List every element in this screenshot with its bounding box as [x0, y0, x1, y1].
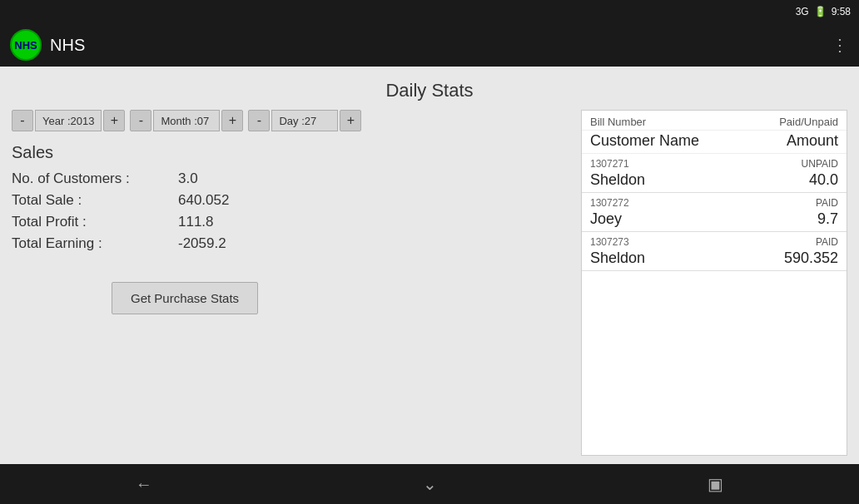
time-display: 9:58: [832, 6, 851, 17]
bill-name-amount-headers: Customer Name Amount: [582, 131, 847, 154]
day-label: Day :27: [271, 110, 338, 131]
customers-value: 3.0: [178, 170, 198, 187]
bill-row-3-number: 1307273 PAID: [582, 232, 847, 250]
app-title: NHS: [50, 36, 85, 55]
month-minus-button[interactable]: -: [130, 110, 151, 131]
bill-number-col-header: Bill Number: [582, 111, 747, 131]
bottom-nav: ← ⌄ ▣: [0, 464, 859, 504]
year-stepper: - Year :2013 +: [12, 110, 125, 131]
total-earning-row: Total Earning : -2059.2: [12, 235, 573, 252]
bill-status-3: PAID: [747, 232, 847, 250]
bill-col-headers: Bill Number Paid/Unpaid: [582, 111, 847, 131]
bill-customer-2: Joey: [582, 210, 747, 232]
amount-col-header: Amount: [747, 131, 847, 154]
total-earning-label: Total Earning :: [12, 235, 178, 252]
total-sale-label: Total Sale :: [12, 192, 178, 209]
menu-icon[interactable]: ⋮: [832, 35, 849, 55]
stats-table: No. of Customers : 3.0 Total Sale : 640.…: [12, 170, 573, 257]
total-profit-value: 111.8: [178, 214, 214, 230]
controls-row: - Year :2013 + - Month :07 + - Day :27 +: [12, 110, 573, 131]
bill-row-1-number: 1307271 UNPAID: [582, 154, 847, 171]
left-panel: - Year :2013 + - Month :07 + - Day :27 +…: [12, 110, 573, 456]
main-content: Daily Stats - Year :2013 + - Month :07 +…: [0, 67, 859, 464]
total-sale-value: 640.052: [178, 192, 229, 209]
bill-row-2-number: 1307272 PAID: [582, 193, 847, 210]
battery-icon: 🔋: [814, 6, 827, 17]
customers-row: No. of Customers : 3.0: [12, 170, 573, 187]
month-stepper: - Month :07 +: [130, 110, 243, 131]
bill-panel: Bill Number Paid/Unpaid Customer Name Am…: [581, 110, 847, 456]
customers-label: No. of Customers :: [12, 170, 178, 187]
bill-row-3-customer: Sheldon 590.352: [582, 249, 847, 271]
month-label: Month :07: [153, 110, 220, 131]
bill-amount-2: 9.7: [747, 210, 847, 232]
bill-status-2: PAID: [747, 193, 847, 210]
home-icon[interactable]: ⌄: [423, 474, 437, 494]
page-title: Daily Stats: [0, 67, 859, 110]
get-purchase-stats-button[interactable]: Get Purchase Stats: [112, 282, 258, 314]
paid-unpaid-col-header: Paid/Unpaid: [747, 111, 847, 131]
bill-customer-1: Sheldon: [582, 170, 747, 193]
day-minus-button[interactable]: -: [248, 110, 270, 131]
sales-section-title: Sales: [12, 143, 573, 162]
bill-table: Bill Number Paid/Unpaid Customer Name Am…: [582, 111, 847, 271]
content-area: - Year :2013 + - Month :07 + - Day :27 +…: [0, 110, 859, 464]
bill-row-2-customer: Joey 9.7: [582, 210, 847, 232]
year-plus-button[interactable]: +: [103, 110, 125, 131]
bill-amount-3: 590.352: [747, 249, 847, 271]
bill-status-1: UNPAID: [747, 154, 847, 171]
total-profit-label: Total Profit :: [12, 214, 178, 230]
customer-name-col-header: Customer Name: [582, 131, 747, 154]
total-earning-value: -2059.2: [178, 235, 226, 252]
day-plus-button[interactable]: +: [340, 110, 361, 131]
bill-row-1-customer: Sheldon 40.0: [582, 170, 847, 193]
nav-left: NHS NHS: [10, 29, 85, 61]
app-logo: NHS: [10, 29, 42, 61]
back-icon[interactable]: ←: [136, 475, 152, 494]
year-label: Year :2013: [35, 110, 102, 131]
signal-icon: 3G: [796, 6, 809, 17]
total-sale-row: Total Sale : 640.052: [12, 192, 573, 209]
month-plus-button[interactable]: +: [221, 110, 243, 131]
status-bar: 3G 🔋 9:58: [0, 0, 859, 23]
bill-number-2: 1307272: [582, 193, 747, 210]
recents-icon[interactable]: ▣: [708, 474, 723, 494]
year-minus-button[interactable]: -: [12, 110, 33, 131]
bill-customer-3: Sheldon: [582, 249, 747, 271]
nav-bar: NHS NHS ⋮: [0, 23, 859, 67]
total-profit-row: Total Profit : 111.8: [12, 214, 573, 230]
day-stepper: - Day :27 +: [248, 110, 361, 131]
bill-amount-1: 40.0: [747, 170, 847, 193]
bill-number-3: 1307273: [582, 232, 747, 250]
bill-number-1: 1307271: [582, 154, 747, 171]
